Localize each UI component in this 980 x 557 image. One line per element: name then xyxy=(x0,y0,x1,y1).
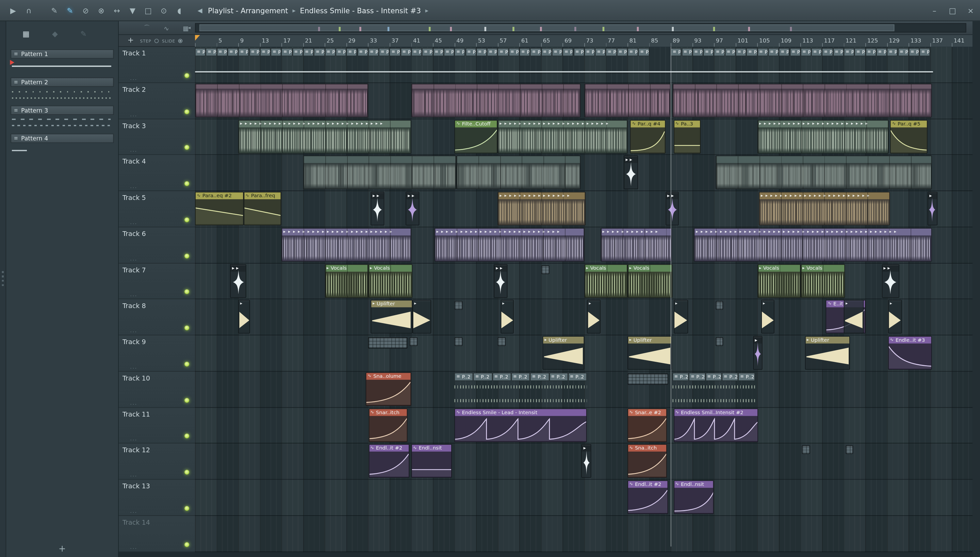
playback-preview-icon[interactable]: ◖ xyxy=(175,0,184,21)
audio-clip[interactable]: ▸ ▸ ▸ ▸ ▸ ▸ ▸ ▸ ▸ ▸ ▸ ▸ ▸ ▸ ▸ ▸ ▸ ▸ ▸ ▸ … xyxy=(434,228,584,262)
pattern-clip[interactable]: ≡P..1 xyxy=(714,48,725,56)
track-header[interactable]: Track 12... xyxy=(119,444,195,480)
pattern-clip[interactable]: ≡P..1 xyxy=(519,48,530,56)
pattern-clip[interactable]: ≡P..2 xyxy=(689,373,705,381)
pattern-clip[interactable]: ≡P..1 xyxy=(260,48,271,56)
track-options-dots[interactable]: ... xyxy=(130,147,137,153)
track-header[interactable]: Track 5... xyxy=(119,191,195,227)
audio-clip[interactable]: ▸ ▸ ▸ ▸ ▸ ▸ ▸ ▸ ▸ ▸ ▸ ▸ xyxy=(601,228,672,262)
impact-audio-clip[interactable]: ▸ ▸ xyxy=(406,192,420,225)
automation-clip[interactable]: ∿Sna..itch xyxy=(627,444,667,478)
pattern-clip[interactable]: ≡P..1 xyxy=(887,48,898,56)
add-button[interactable]: + xyxy=(127,36,134,44)
pattern-clip[interactable]: ≡P..1 xyxy=(314,48,325,56)
muted-clip[interactable] xyxy=(845,445,853,454)
pattern-clip[interactable]: ≡P..1 xyxy=(811,48,822,56)
pattern-clip[interactable]: ≡P..1 xyxy=(433,48,444,56)
scroll-left-icon[interactable]: ◂ xyxy=(188,24,191,32)
pattern-clip[interactable]: ≡P..1 xyxy=(217,48,228,56)
pattern-item[interactable]: ≡Pattern 4 xyxy=(11,134,114,158)
zoom-tool-icon[interactable]: ⊙ xyxy=(159,0,168,21)
track-enable-led[interactable] xyxy=(185,433,189,439)
marker-icon[interactable]: ▼ xyxy=(128,0,137,21)
audio-clip[interactable] xyxy=(672,84,932,117)
track-name[interactable]: Track 11 xyxy=(122,410,150,418)
muted-clip[interactable] xyxy=(802,445,810,454)
step-toggle[interactable] xyxy=(155,39,159,43)
track-header[interactable]: Track 8... xyxy=(119,299,195,335)
impact-audio-clip[interactable]: ▸ xyxy=(581,444,591,478)
pattern-clip[interactable]: ≡P..1 xyxy=(281,48,292,56)
pattern-clip[interactable]: ≡P..2 xyxy=(549,373,568,381)
track-enable-led[interactable] xyxy=(185,326,189,331)
track-enable-led[interactable] xyxy=(185,542,189,547)
muted-clip[interactable] xyxy=(627,373,668,384)
audio-clip[interactable]: ▸ ▸ ▸ ▸ ▸ ▸ ▸ ▸ ▸ ▸ ▸ ▸ ▸ ▸ ▸ xyxy=(498,192,586,225)
pattern-clip[interactable]: ≡P..1 xyxy=(920,48,930,56)
track-enable-led[interactable] xyxy=(185,470,189,475)
pattern-clip[interactable]: ≡P..1 xyxy=(303,48,314,56)
automation-clip[interactable]: ∿Para..eq #2 xyxy=(195,192,243,225)
pattern-clip[interactable]: ≡P..2 xyxy=(568,373,587,381)
track-name[interactable]: Track 5 xyxy=(122,194,146,201)
sweep-audio-clip[interactable]: ▸ xyxy=(761,300,774,334)
track-header[interactable]: Track 4... xyxy=(119,155,195,191)
audio-clip[interactable]: ▸ ▸ ▸ ▸ ▸ ▸ ▸ ▸ ▸ ▸ ▸ ▸ ▸ ▸ ▸ ▸ ▸ ▸ ▸ ▸ … xyxy=(281,228,411,262)
pattern-clip[interactable]: ≡P..1 xyxy=(584,48,595,56)
muted-clip[interactable] xyxy=(498,337,505,346)
sweep-audio-clip[interactable]: ▸ xyxy=(888,300,902,334)
vocals-audio-clip[interactable]: ▸Vocals xyxy=(368,264,412,298)
track-enable-led[interactable] xyxy=(185,362,189,366)
sweep-audio-clip[interactable]: ▸Uplifter xyxy=(371,300,412,334)
impact-audio-clip[interactable]: ▸ xyxy=(928,192,938,225)
headphones-icon[interactable]: ∩ xyxy=(24,0,33,21)
pattern-clip[interactable]: ≡P..2 xyxy=(706,373,722,381)
automation-clip[interactable]: ∿Filte..Cutoff xyxy=(455,120,498,153)
pattern-clip[interactable]: ≡P..1 xyxy=(541,48,552,56)
pattern-clip[interactable]: ≡P..1 xyxy=(822,48,833,56)
audio-clip[interactable] xyxy=(584,84,671,117)
pattern-clip[interactable]: ≡P..1 xyxy=(465,48,476,56)
track-options-dots[interactable]: ... xyxy=(130,544,137,550)
pattern-clip[interactable]: ≡P..2 xyxy=(738,373,755,381)
pattern-clip[interactable]: ≡P..2 xyxy=(473,373,492,381)
pattern-clip[interactable]: ≡P..2 xyxy=(492,373,511,381)
sweep-audio-clip[interactable]: ▸Uplifter xyxy=(543,336,584,370)
track-enable-led[interactable] xyxy=(185,289,189,295)
track-options-dots[interactable]: ... xyxy=(130,291,137,297)
track-header[interactable]: Track 9... xyxy=(119,335,195,371)
track-name[interactable]: Track 1 xyxy=(122,49,146,57)
pattern-clip[interactable]: ≡P..1 xyxy=(844,48,855,56)
automation-clip[interactable]: ∿Sna..olume xyxy=(366,372,411,406)
track-options-dots[interactable]: ... xyxy=(130,255,137,261)
add-pattern-button[interactable]: + xyxy=(6,543,118,553)
track-name[interactable]: Track 12 xyxy=(122,446,150,454)
pattern-clip[interactable]: ≡P..1 xyxy=(271,48,281,56)
pattern-clip[interactable]: ≡P..2 xyxy=(672,373,689,381)
piano-roll-icon[interactable]: ▦ xyxy=(183,25,188,32)
audio-clip[interactable]: ▸ ▸ ▸ ▸ ▸ ▸ ▸ ▸ ▸ ▸ ▸ ▸ ▸ ▸ ▸ ▸ ▸ ▸ ▸ ▸ … xyxy=(757,120,889,153)
pattern-clip[interactable]: ≡P..1 xyxy=(757,48,768,56)
pattern-clip[interactable]: ≡P..2 xyxy=(511,373,530,381)
mute-tool-icon[interactable]: ⊗ xyxy=(97,0,106,21)
automation-clip[interactable]: ∿Par..q #5 xyxy=(890,120,928,153)
impact-audio-clip[interactable]: ▸ xyxy=(753,336,763,370)
track-options-dots[interactable]: ... xyxy=(130,363,137,370)
track-header[interactable]: Track 11... xyxy=(119,407,195,443)
pattern-clip[interactable]: ≡P..1 xyxy=(206,48,217,56)
sweep-audio-clip[interactable]: ▸ xyxy=(238,300,250,334)
slide-toggle[interactable] xyxy=(178,39,183,43)
sweep-audio-clip[interactable]: ▸ xyxy=(844,300,864,334)
pattern-clip[interactable]: ≡P..1 xyxy=(746,48,758,56)
paint-tool-icon[interactable]: ✎ xyxy=(66,0,75,21)
pattern-clip[interactable]: ≡P..1 xyxy=(379,48,390,56)
track-options-dots[interactable]: ... xyxy=(130,472,137,478)
track-name[interactable]: Track 7 xyxy=(122,266,146,274)
pattern-clip[interactable]: ≡P..1 xyxy=(552,48,563,56)
pattern-item[interactable]: ≡Pattern 1 xyxy=(11,49,114,74)
pattern-clip[interactable]: ≡P..1 xyxy=(509,48,519,56)
pattern-clip[interactable]: ≡P..1 xyxy=(400,48,412,56)
pattern-clip[interactable]: ≡P..1 xyxy=(292,48,303,56)
track-enable-led[interactable] xyxy=(185,145,189,150)
pattern-clip[interactable]: ≡P..1 xyxy=(693,48,703,56)
